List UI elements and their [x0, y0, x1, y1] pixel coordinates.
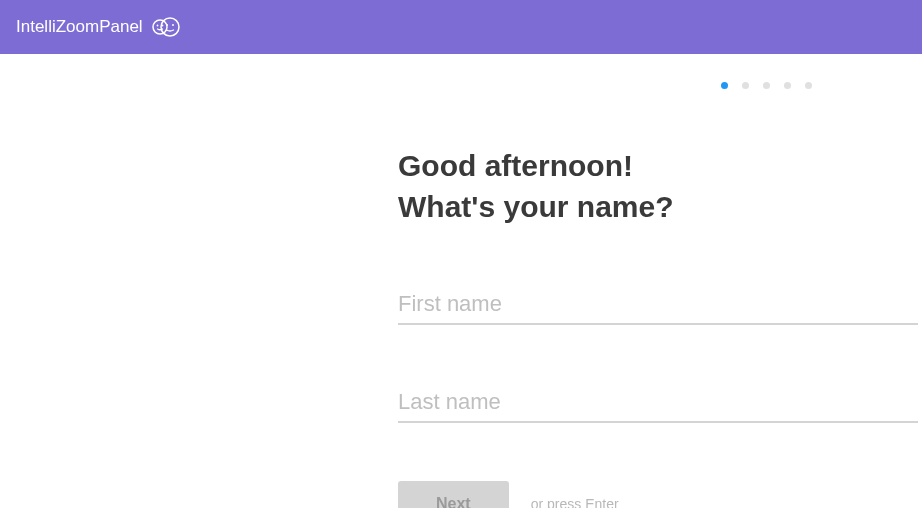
- progress-dot-3: [763, 82, 770, 89]
- brand-name: IntelliZoomPanel: [16, 17, 143, 37]
- app-header: IntelliZoomPanel: [0, 0, 922, 54]
- action-row: Next or press Enter: [398, 481, 922, 508]
- next-button[interactable]: Next: [398, 481, 509, 508]
- greeting-line-1: Good afternoon!: [398, 149, 633, 182]
- progress-dot-2: [742, 82, 749, 89]
- svg-point-1: [161, 18, 179, 36]
- svg-point-0: [153, 20, 167, 34]
- first-name-group: [398, 285, 922, 325]
- last-name-input[interactable]: [398, 383, 918, 423]
- last-name-group: [398, 383, 922, 423]
- enter-hint: or press Enter: [531, 496, 619, 508]
- svg-point-2: [156, 25, 158, 27]
- main-content: Good afternoon! What's your name? Next o…: [0, 54, 922, 508]
- form-heading: Good afternoon! What's your name?: [398, 146, 922, 227]
- svg-point-4: [166, 24, 168, 26]
- progress-indicator: [721, 82, 812, 89]
- faces-icon: [151, 16, 181, 38]
- signup-form: Good afternoon! What's your name? Next o…: [398, 146, 922, 508]
- brand: IntelliZoomPanel: [16, 16, 181, 38]
- progress-dot-4: [784, 82, 791, 89]
- progress-dot-5: [805, 82, 812, 89]
- svg-point-5: [172, 24, 174, 26]
- greeting-line-2: What's your name?: [398, 190, 674, 223]
- svg-point-3: [161, 25, 163, 27]
- progress-dot-1: [721, 82, 728, 89]
- first-name-input[interactable]: [398, 285, 918, 325]
